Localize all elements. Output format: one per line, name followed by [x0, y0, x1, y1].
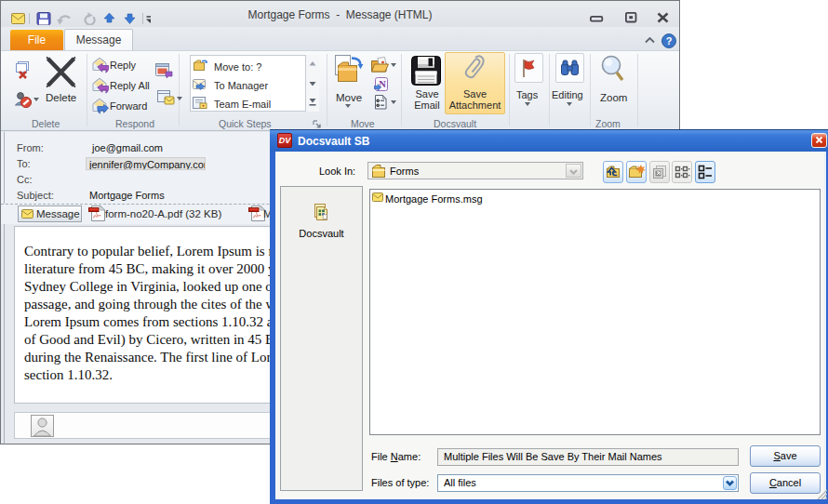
svg-text:?: ? — [666, 35, 673, 46]
